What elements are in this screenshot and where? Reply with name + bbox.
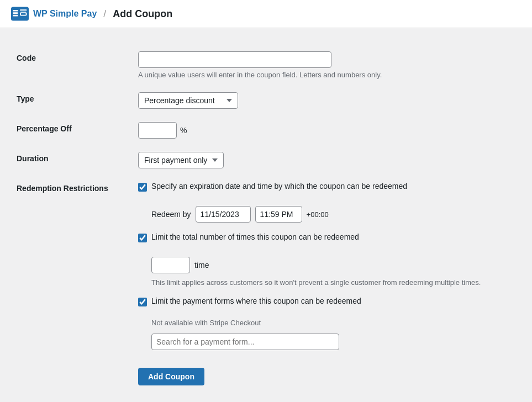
redeem-time-input[interactable]	[255, 206, 302, 223]
logo-icon	[11, 7, 29, 21]
expiration-checkbox[interactable]	[138, 183, 147, 192]
percentage-off-label: Percentage Off	[11, 115, 127, 145]
percentage-off-cell: %	[127, 115, 519, 145]
code-cell: A unique value users will enter in the c…	[127, 45, 519, 86]
percentage-input[interactable]	[138, 122, 177, 139]
page-title: Add Coupon	[113, 8, 172, 20]
header: WP Simple Pay / Add Coupon	[0, 0, 532, 28]
form-table: Code A unique value users will enter in …	[11, 45, 519, 357]
redeem-by-row: Redeem by +00:00	[151, 206, 514, 223]
code-help-text: A unique value users will enter in the c…	[138, 71, 514, 79]
times-input[interactable]	[151, 257, 190, 273]
redeem-date-input[interactable]	[196, 206, 251, 223]
limit-note: This limit applies across customers so i…	[151, 278, 514, 287]
limit-total-restriction: Limit the total number of times this cou…	[138, 232, 514, 242]
svg-rect-6	[21, 13, 26, 15]
type-row: Type Percentage discount Fixed amount di…	[11, 86, 519, 115]
redemption-restrictions-cell: Specify an expiration date and time by w…	[127, 175, 519, 357]
svg-rect-3	[13, 15, 18, 17]
logo-text: WP Simple Pay	[33, 9, 97, 19]
logo: WP Simple Pay	[11, 7, 97, 21]
main-content: Code A unique value users will enter in …	[0, 28, 530, 402]
limit-total-checkbox[interactable]	[138, 234, 147, 242]
restriction-section: Specify an expiration date and time by w…	[138, 182, 514, 350]
duration-select[interactable]: First payment only Once Forever	[138, 152, 224, 168]
add-coupon-button[interactable]: Add Coupon	[138, 368, 204, 385]
expiration-label: Specify an expiration date and time by w…	[151, 182, 407, 191]
times-limit-row: time	[151, 257, 514, 273]
redemption-restrictions-label: Redemption Restrictions	[11, 175, 127, 357]
duration-cell: First payment only Once Forever	[127, 145, 519, 175]
percentage-row: %	[138, 122, 514, 139]
type-cell: Percentage discount Fixed amount discoun…	[127, 86, 519, 115]
times-label: time	[194, 261, 209, 269]
limit-forms-label: Limit the payment forms where this coupo…	[151, 297, 361, 305]
timezone-badge: +00:00	[307, 210, 329, 219]
percentage-off-row: Percentage Off %	[11, 115, 519, 145]
code-label: Code	[11, 45, 127, 86]
svg-rect-2	[13, 12, 18, 14]
search-form-input[interactable]	[151, 334, 339, 350]
limit-total-label: Limit the total number of times this cou…	[151, 232, 359, 241]
limit-forms-restriction: Limit the payment forms where this coupo…	[138, 297, 514, 306]
svg-rect-1	[13, 10, 18, 12]
not-available-note: Not available with Stripe Checkout	[151, 319, 514, 327]
duration-row: Duration First payment only Once Forever	[11, 145, 519, 175]
code-input[interactable]	[138, 51, 331, 68]
submit-section: Add Coupon	[11, 357, 519, 396]
expiration-restriction: Specify an expiration date and time by w…	[138, 182, 514, 192]
code-row: Code A unique value users will enter in …	[11, 45, 519, 86]
percent-symbol: %	[180, 126, 187, 135]
duration-label: Duration	[11, 145, 127, 175]
limit-forms-checkbox[interactable]	[138, 298, 147, 306]
type-select[interactable]: Percentage discount Fixed amount discoun…	[138, 92, 238, 109]
arrow-container	[138, 329, 514, 350]
redeem-by-label: Redeem by	[151, 210, 191, 219]
svg-rect-4	[20, 9, 27, 11]
redemption-restrictions-row: Redemption Restrictions Specify an expir…	[11, 175, 519, 357]
type-label: Type	[11, 86, 127, 115]
header-divider: /	[103, 8, 106, 20]
